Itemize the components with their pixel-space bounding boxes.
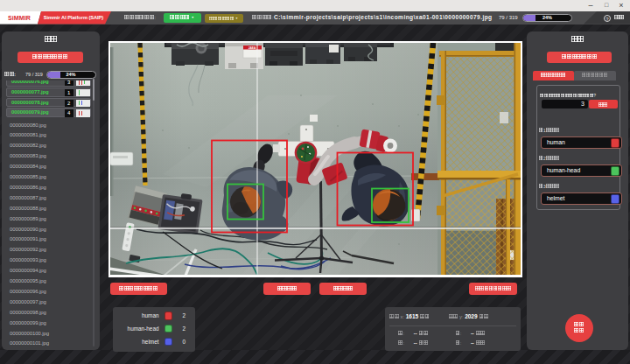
svg-text:JAEA: JAEA [248, 46, 256, 50]
